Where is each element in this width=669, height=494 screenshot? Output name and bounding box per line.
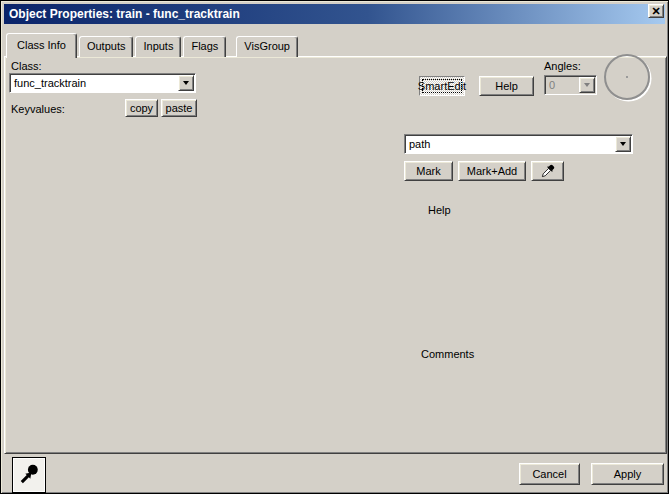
tab-class-info[interactable]: Class Info [6, 33, 77, 58]
class-combobox-value: func_tracktrain [10, 77, 177, 89]
value-combobox[interactable]: path [404, 134, 633, 154]
angles-label: Angles: [544, 60, 581, 72]
apply-button[interactable]: Apply [591, 463, 664, 485]
chevron-down-icon[interactable] [178, 75, 194, 91]
copy-button[interactable]: copy [125, 99, 158, 117]
mark-add-button[interactable]: Mark+Add [458, 161, 526, 181]
eyedropper-icon [540, 163, 556, 179]
class-label: Class: [11, 60, 42, 72]
title-bar[interactable]: Object Properties: train - func_tracktra… [4, 4, 665, 24]
value-combobox-value: path [405, 138, 614, 150]
angles-combobox: 0 [544, 75, 597, 95]
tab-flags[interactable]: Flags [183, 36, 226, 57]
angle-dial[interactable] [604, 54, 650, 100]
entity-pointer-icon [17, 462, 41, 488]
pick-entity-button[interactable] [531, 161, 564, 181]
tab-visgroup[interactable]: VisGroup [236, 36, 298, 57]
object-properties-dialog: Object Properties: train - func_tracktra… [0, 0, 669, 494]
cancel-button[interactable]: Cancel [519, 463, 580, 485]
keyvalues-label: Keyvalues: [11, 103, 65, 115]
comments-label: Comments [421, 348, 474, 360]
chevron-down-icon[interactable] [615, 136, 631, 152]
class-info-tab-page [4, 56, 667, 454]
angles-combobox-value: 0 [545, 79, 578, 91]
paste-button[interactable]: paste [161, 99, 197, 117]
smartedit-focus-rect [420, 77, 464, 95]
smartedit-toggle-button[interactable]: SmartEdit [419, 76, 465, 96]
mark-button[interactable]: Mark [404, 161, 453, 181]
class-combobox[interactable]: func_tracktrain [9, 73, 196, 93]
close-icon[interactable]: ✕ [648, 4, 664, 18]
help-section-label: Help [428, 204, 451, 216]
tab-bar: Class InfoOutputsInputsFlagsVisGroup [6, 32, 300, 57]
help-button[interactable]: Help [479, 76, 534, 96]
chevron-down-icon [579, 77, 595, 93]
entity-pointer-button[interactable] [12, 457, 46, 493]
window-title: Object Properties: train - func_tracktra… [9, 7, 240, 21]
tab-outputs[interactable]: Outputs [79, 36, 134, 57]
tab-inputs[interactable]: Inputs [135, 36, 181, 57]
